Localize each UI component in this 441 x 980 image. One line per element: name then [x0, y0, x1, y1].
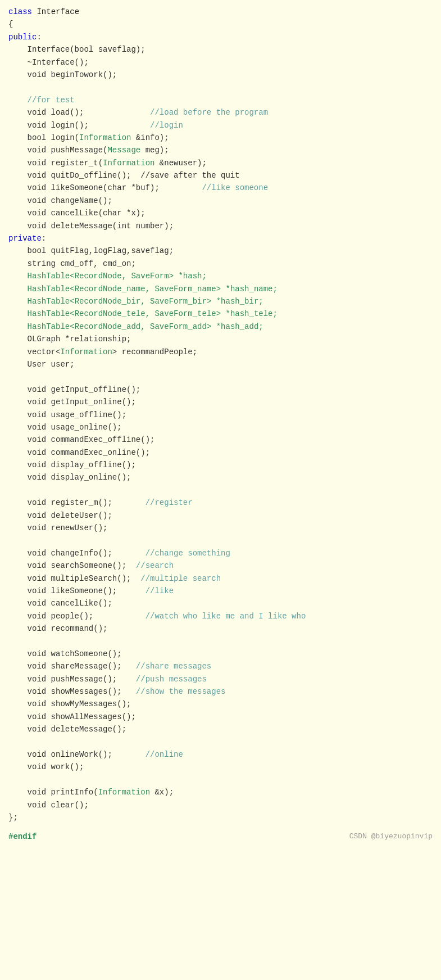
code-token: RecordNode_bir, SaveForm_bir: [75, 297, 207, 306]
code-token: void quitDo_offline(); //save after the …: [8, 171, 240, 180]
code-container: class Interface { public: Interface(bool…: [8, 6, 433, 843]
code-line: HashTable<RecordNode_bir, SaveForm_bir> …: [8, 295, 433, 308]
code-token: //show the messages: [122, 687, 226, 696]
code-line: void pushMessage(); //push messages: [8, 673, 433, 685]
code-token: void showMessages();: [8, 687, 122, 696]
code-token: HashTable<: [8, 297, 75, 306]
code-line: void onlineWork(); //online: [8, 748, 433, 761]
code-token: void register_t(: [8, 159, 103, 168]
code-line: HashTable<RecordNode_add, SaveForm_add> …: [8, 320, 433, 333]
code-token: //for test: [8, 96, 75, 105]
code-token: void changeInfo();: [8, 549, 112, 558]
code-token: > *hash_add;: [207, 322, 263, 331]
code-token: ~Interface();: [8, 58, 89, 67]
code-line: void display_online();: [8, 471, 433, 484]
code-token: void usage_online();: [8, 423, 122, 432]
footer-left: #endif: [8, 830, 37, 843]
code-line: void multipleSearch(); //multiple search: [8, 572, 433, 585]
code-token: void changeName();: [8, 196, 112, 205]
code-token: private: [8, 234, 42, 243]
code-token: //load before the program: [84, 108, 268, 117]
code-block: class Interface { public: Interface(bool…: [8, 6, 433, 824]
code-line: void renewUser();: [8, 522, 433, 534]
code-line: void changeInfo(); //change something: [8, 547, 433, 559]
code-line: HashTable<RecordNode, SaveForm> *hash;: [8, 270, 433, 282]
code-line: {: [8, 18, 433, 30]
code-token: void beginTowork();: [8, 70, 117, 79]
code-token: void display_offline();: [8, 460, 136, 469]
code-token: void pushMessage();: [8, 675, 117, 684]
code-token: HashTable<: [8, 284, 75, 293]
code-line: User user;: [8, 358, 433, 371]
code-line: void showMyMessages();: [8, 698, 433, 710]
code-line: //for test: [8, 94, 433, 106]
code-token: void onlineWork();: [8, 750, 112, 759]
code-line: void showAllMessages();: [8, 711, 433, 723]
code-token: public: [8, 33, 37, 42]
code-token: :: [42, 234, 46, 243]
code-token: Information: [98, 788, 150, 797]
code-token: void multipleSearch();: [8, 574, 131, 583]
code-line: bool login(Information &info);: [8, 132, 433, 144]
code-line: void usage_online();: [8, 421, 433, 433]
code-token: void searchSomeone();: [8, 561, 126, 570]
code-line: HashTable<RecordNode_name, SaveForm_name…: [8, 283, 433, 295]
code-token: class: [8, 7, 37, 16]
code-token: HashTable<: [8, 309, 75, 318]
footer: #endif CSDN @biyezuopinvip: [8, 828, 433, 843]
code-line: private:: [8, 232, 433, 245]
code-line: OLGraph *relationship;: [8, 333, 433, 345]
code-token: RecordNode_tele, SaveForm_tele: [75, 309, 216, 318]
code-token: void recommand();: [8, 624, 107, 633]
code-token: User user;: [8, 360, 75, 369]
code-token: bool quitFlag,logFlag,saveflag;: [8, 246, 174, 255]
code-line: void cancelLike();: [8, 597, 433, 609]
code-line: void commandExec_offline();: [8, 433, 433, 446]
code-line: Interface(bool saveflag);: [8, 43, 433, 56]
code-token: //online: [112, 750, 183, 759]
code-token: RecordNode_name, SaveForm_name: [75, 284, 216, 293]
code-token: &info);: [131, 133, 169, 142]
code-line: void display_offline();: [8, 459, 433, 471]
code-line: void searchSomeone(); //search: [8, 559, 433, 572]
code-token: &newuser);: [154, 159, 206, 168]
code-token: void clear();: [8, 801, 89, 810]
code-line: string cmd_off, cmd_on;: [8, 258, 433, 270]
code-token: OLGraph *relationship;: [8, 335, 131, 344]
code-token: :: [37, 33, 41, 42]
code-line: void people(); //watch who like me and I…: [8, 610, 433, 622]
code-token: void usage_offline();: [8, 410, 126, 419]
code-line: void printInfo(Information &x);: [8, 786, 433, 798]
code-token: bool login(: [8, 133, 79, 142]
code-line: void quitDo_offline(); //save after the …: [8, 169, 433, 182]
code-token: //login: [89, 121, 183, 130]
code-token: void commandExec_online();: [8, 448, 150, 457]
code-token: vector<: [8, 347, 60, 356]
code-token: void likeSomeone(char *buf);: [8, 183, 160, 192]
code-line: void watchSomeone();: [8, 648, 433, 660]
code-token: void load();: [8, 108, 84, 117]
code-token: //change something: [112, 549, 230, 558]
code-token: > *hash_bir;: [207, 297, 263, 306]
code-line: bool quitFlag,logFlag,saveflag;: [8, 245, 433, 257]
code-line: void register_t(Information &newuser);: [8, 157, 433, 169]
code-token: void deleteMessage(int number);: [8, 222, 174, 231]
code-token: Message: [107, 146, 140, 155]
code-token: void showAllMessages();: [8, 712, 136, 721]
code-line: void deleteMessage(int number);: [8, 220, 433, 232]
code-token: //share messages: [122, 662, 212, 671]
code-token: > *hash;: [169, 272, 207, 281]
code-line: void showMessages(); //show the messages: [8, 685, 433, 698]
code-line: };: [8, 811, 433, 824]
code-token: void deleteUser();: [8, 511, 112, 520]
code-token: void likeSomeone();: [8, 586, 117, 595]
code-token: };: [8, 813, 18, 822]
code-token: void getInput_online();: [8, 398, 136, 407]
code-token: void renewUser();: [8, 523, 107, 532]
code-line: [8, 484, 433, 496]
code-line: void commandExec_online();: [8, 446, 433, 459]
code-token: void commandExec_offline();: [8, 435, 154, 444]
code-line: void getInput_online();: [8, 396, 433, 408]
code-line: void register_m(); //register: [8, 496, 433, 509]
code-line: ~Interface();: [8, 56, 433, 69]
